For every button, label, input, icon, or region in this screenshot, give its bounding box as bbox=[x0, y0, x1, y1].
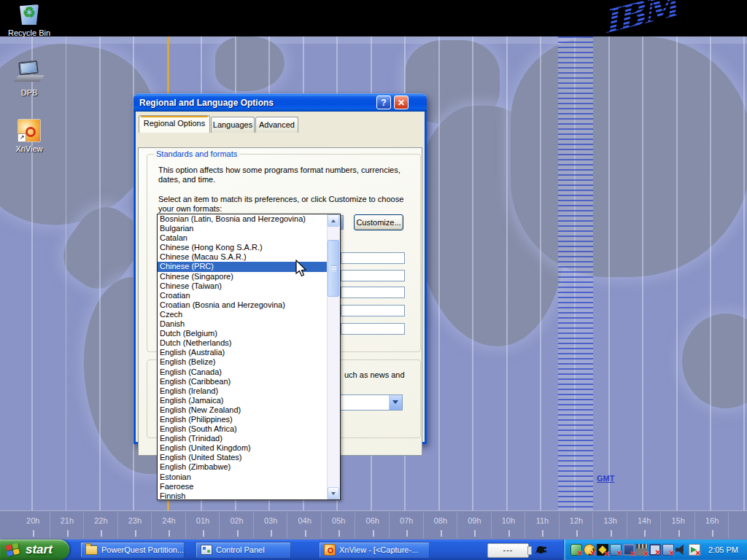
icon-label: Recycle Bin bbox=[5, 28, 53, 37]
recycle-bin-icon: ♻ bbox=[17, 1, 42, 26]
dialog-title: Regional and Language Options bbox=[133, 98, 274, 108]
language-list: Bosnian (Latin, Bosnia and Herzegovina)B… bbox=[158, 214, 340, 500]
ibm-logo: IBM bbox=[602, 0, 678, 42]
language-list-item[interactable]: Danish bbox=[158, 319, 328, 329]
language-list-item[interactable]: English (Caribbean) bbox=[158, 377, 328, 386]
language-dropdown-popup: Bosnian (Latin, Bosnia and Herzegovina)B… bbox=[157, 214, 341, 500]
scroll-down-icon[interactable] bbox=[328, 487, 339, 499]
language-list-item[interactable]: Chinese (Hong Kong S.A.R.) bbox=[158, 243, 328, 252]
network-places-icon[interactable] bbox=[623, 544, 635, 556]
sample-field[interactable] bbox=[341, 323, 405, 335]
language-list-item[interactable]: Dutch (Netherlands) bbox=[158, 338, 328, 348]
location-combobox[interactable] bbox=[338, 394, 403, 411]
language-list-item[interactable]: Croatian (Bosnia and Herzegovina) bbox=[158, 300, 328, 310]
timezone-label: 02h bbox=[220, 511, 254, 540]
timezone-label: 03h bbox=[254, 511, 288, 540]
language-list-item[interactable]: English (Zimbabwe) bbox=[158, 462, 328, 472]
battery-status-icon[interactable] bbox=[689, 544, 700, 556]
scroll-up-icon[interactable] bbox=[328, 214, 339, 227]
language-list-item[interactable]: Bulgarian bbox=[158, 224, 328, 233]
language-list-item[interactable]: Estonian bbox=[158, 472, 328, 482]
timezone-label: 14h bbox=[627, 511, 662, 540]
language-list-item[interactable]: Catalan bbox=[158, 233, 328, 243]
tab-advanced[interactable]: Advanced bbox=[255, 117, 298, 133]
close-button[interactable]: ✕ bbox=[394, 96, 409, 109]
start-button[interactable]: start bbox=[0, 540, 69, 560]
battery-meter-nub bbox=[527, 546, 532, 555]
language-list-item[interactable]: English (United Kingdom) bbox=[158, 443, 328, 453]
wireless-disabled-icon[interactable] bbox=[610, 544, 622, 556]
list-scrollbar[interactable] bbox=[327, 214, 340, 499]
eject-hardware-icon[interactable] bbox=[570, 544, 582, 556]
xnview-shortcut-icon: ↗ bbox=[18, 119, 41, 142]
group-title: Standards and formats bbox=[154, 149, 239, 158]
language-list-item[interactable]: Faeroese bbox=[158, 482, 328, 491]
volume-icon[interactable] bbox=[676, 544, 687, 556]
scrollbar-thumb[interactable] bbox=[328, 240, 339, 297]
taskbar-window-button[interactable]: XnView - [<Capture-... bbox=[319, 542, 430, 558]
shortcut-arrow-icon: ↗ bbox=[18, 133, 26, 142]
sample-field[interactable] bbox=[341, 252, 405, 264]
timezone-label: 20h bbox=[16, 511, 50, 540]
timezone-label: 16h bbox=[695, 511, 729, 540]
language-list-item[interactable]: English (Belize) bbox=[158, 357, 328, 367]
language-list-item[interactable]: English (Ireland) bbox=[158, 386, 328, 396]
standards-instruction-line2: your own formats: bbox=[158, 204, 415, 214]
timezone-label: 07h bbox=[390, 511, 424, 540]
sample-field[interactable] bbox=[341, 305, 405, 316]
signal-disabled-icon[interactable] bbox=[636, 544, 648, 556]
language-list-item[interactable]: Chinese (Taiwan) bbox=[158, 281, 328, 291]
laptop-icon bbox=[13, 61, 45, 86]
tab-languages[interactable]: Languages bbox=[211, 117, 255, 133]
timezone-label: 06h bbox=[355, 511, 390, 540]
wifi-disabled-icon[interactable] bbox=[662, 544, 674, 556]
top-band: IBM bbox=[0, 0, 747, 36]
language-list-item[interactable]: English (New Zealand) bbox=[158, 405, 328, 415]
timezone-label: 04h bbox=[287, 511, 322, 540]
tab-regional-options[interactable]: Regional Options bbox=[139, 115, 210, 133]
system-tray: 2:05 PM bbox=[563, 540, 747, 560]
language-list-item[interactable]: English (South Africa) bbox=[158, 424, 328, 434]
battery-meter: --- bbox=[487, 543, 529, 558]
standards-instruction-line1: Select an item to match its preferences,… bbox=[158, 195, 415, 204]
desktop-icon-xnview[interactable]: ↗ XnView bbox=[5, 119, 53, 153]
language-list-item[interactable]: Bosnian (Latin, Bosnia and Herzegovina) bbox=[158, 214, 328, 224]
gmt-meridian-band bbox=[558, 36, 593, 510]
dialog-title-bar[interactable]: Regional and Language Options ? ✕ bbox=[133, 93, 427, 112]
timezone-label: 21h bbox=[50, 511, 85, 540]
language-list-item[interactable]: Finnish bbox=[158, 491, 328, 500]
taskbar-window-button[interactable]: PowerQuest Partition... bbox=[80, 542, 185, 558]
language-list-item[interactable]: Croatian bbox=[158, 291, 328, 300]
taskbar: start PowerQuest Partition... Control Pa… bbox=[0, 540, 747, 560]
language-list-item[interactable]: English (Canada) bbox=[158, 368, 328, 377]
tray-icons bbox=[570, 544, 700, 556]
display-disabled-icon[interactable] bbox=[649, 544, 661, 556]
desktop: GMT 20h21h22h23h24h01h02h03h04h05h06h07h… bbox=[0, 0, 747, 560]
language-list-item[interactable]: English (United States) bbox=[158, 453, 328, 462]
timezone-label: 05h bbox=[322, 511, 356, 540]
desktop-icon-recycle-bin[interactable]: ♻ Recycle Bin bbox=[5, 1, 53, 37]
language-list-item[interactable]: English (Jamaica) bbox=[158, 396, 328, 405]
help-button[interactable]: ? bbox=[376, 96, 391, 109]
thinkpad-fn-icon[interactable] bbox=[584, 544, 595, 556]
language-list-item[interactable]: English (Trinidad) bbox=[158, 434, 328, 443]
language-list-item[interactable]: Dutch (Belgium) bbox=[158, 329, 328, 338]
timezone-label: 01h bbox=[186, 511, 220, 540]
desktop-icon-dpb[interactable]: DPB bbox=[5, 61, 53, 97]
access-connections-icon[interactable] bbox=[597, 544, 608, 556]
sample-field[interactable] bbox=[341, 270, 405, 281]
chevron-down-icon[interactable] bbox=[389, 395, 402, 410]
customize-button[interactable]: Customize... bbox=[354, 214, 403, 230]
timezone-label: 15h bbox=[661, 511, 695, 540]
taskbar-window-button[interactable]: Control Panel bbox=[196, 542, 291, 558]
timezone-label: 24h bbox=[152, 511, 186, 540]
language-list-item[interactable]: Czech bbox=[158, 310, 328, 319]
folder-icon bbox=[85, 545, 98, 555]
language-list-item[interactable]: English (Australia) bbox=[158, 348, 328, 357]
timezone-label: 10h bbox=[492, 511, 526, 540]
mouse-cursor bbox=[295, 260, 308, 279]
sample-field[interactable] bbox=[341, 287, 405, 298]
timezone-label: 09h bbox=[457, 511, 492, 540]
language-list-item[interactable]: English (Philippines) bbox=[158, 415, 328, 424]
windows-flag-icon bbox=[6, 542, 21, 557]
